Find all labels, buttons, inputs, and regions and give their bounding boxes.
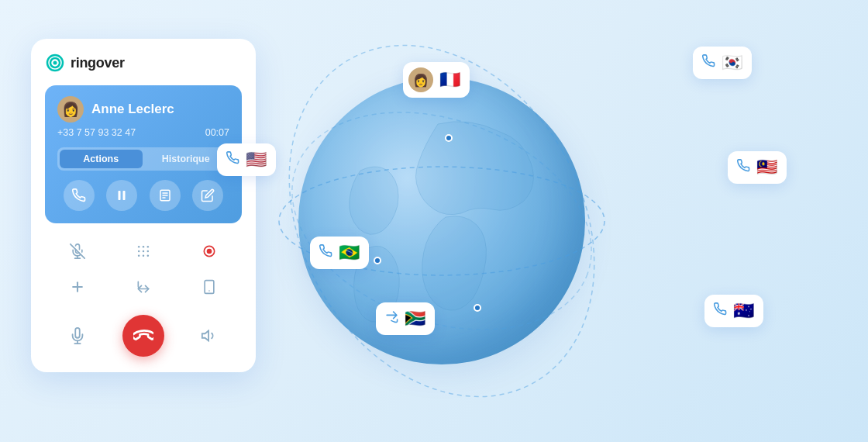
svg-point-16	[138, 255, 140, 257]
flag-south-africa: 🇿🇦	[405, 309, 425, 329]
action-pause-icon[interactable]	[106, 180, 137, 211]
svg-rect-23	[205, 281, 214, 294]
globe-container: 👩 🇫🇷 🇺🇸 🇰🇷 🇲🇾 🇧🇷 🇿🇦	[264, 23, 620, 419]
svg-rect-2	[123, 191, 126, 200]
flag-australia: 🇦🇺	[733, 301, 754, 321]
badge-usa: 🇺🇸	[217, 143, 276, 176]
globe-dot-europe	[445, 134, 453, 142]
transfer-button[interactable]	[117, 273, 170, 301]
call-meta: +33 7 57 93 32 47 00:07	[57, 127, 229, 138]
svg-point-12	[147, 246, 150, 248]
call-timer: 00:07	[205, 127, 229, 138]
phone-card: ringover 👩 Anne Leclerc +33 7 57 93 32 4…	[31, 39, 256, 372]
keypad	[45, 234, 242, 304]
badge-france: 👩 🇫🇷	[403, 62, 470, 98]
action-icons-row	[57, 180, 229, 211]
end-call-row	[45, 312, 242, 358]
badge-australia: 🇦🇺	[704, 295, 763, 327]
flag-korea: 🇰🇷	[722, 53, 742, 73]
ringover-logo-icon	[45, 53, 65, 73]
svg-point-11	[143, 246, 145, 248]
logo-text: ringover	[71, 55, 125, 71]
caller-avatar: 👩	[57, 96, 84, 123]
device-button[interactable]	[182, 273, 236, 301]
mute-button[interactable]	[51, 237, 105, 265]
badge-korea: 🇰🇷	[693, 47, 752, 79]
badge-brazil: 🇧🇷	[310, 237, 369, 269]
call-number: +33 7 57 93 32 47	[57, 127, 136, 138]
record-button[interactable]	[182, 237, 236, 265]
end-call-button[interactable]	[122, 315, 164, 357]
mic-button[interactable]	[64, 322, 91, 350]
flag-usa: 🇺🇸	[246, 150, 267, 170]
badge-france-avatar: 👩	[408, 67, 433, 92]
logo-row: ringover	[45, 53, 242, 73]
svg-point-0	[53, 61, 57, 65]
svg-point-10	[138, 246, 140, 248]
add-button[interactable]	[51, 273, 105, 301]
globe-map	[298, 78, 585, 364]
flag-france: 🇫🇷	[439, 70, 460, 90]
badge-south-africa: 🇿🇦	[376, 302, 435, 335]
svg-point-18	[147, 255, 150, 257]
svg-point-20	[207, 250, 211, 254]
action-edit-icon[interactable]	[192, 180, 223, 211]
action-note-icon[interactable]	[150, 180, 181, 211]
dialpad-button[interactable]	[117, 237, 170, 265]
call-panel: 👩 Anne Leclerc +33 7 57 93 32 47 00:07 A…	[45, 85, 242, 223]
caller-name: Anne Leclerc	[91, 102, 174, 117]
tab-actions[interactable]: Actions	[60, 150, 143, 168]
globe-sphere	[298, 78, 585, 364]
flag-brazil: 🇧🇷	[339, 243, 360, 263]
svg-point-13	[138, 250, 140, 253]
svg-rect-1	[119, 191, 121, 200]
tab-historique[interactable]: Historique	[145, 150, 228, 168]
svg-marker-27	[202, 331, 208, 341]
badge-malaysia: 🇲🇾	[728, 151, 787, 184]
speaker-button[interactable]	[195, 322, 223, 350]
svg-point-15	[147, 250, 150, 253]
globe-dot-south-america	[374, 257, 381, 264]
caller-row: 👩 Anne Leclerc	[57, 96, 229, 123]
svg-point-14	[143, 250, 145, 253]
svg-point-17	[143, 255, 145, 257]
flag-malaysia: 🇲🇾	[756, 157, 777, 178]
tab-row: Actions Historique	[57, 147, 229, 171]
action-call-icon[interactable]	[64, 180, 95, 211]
globe-dot-africa	[474, 304, 481, 312]
